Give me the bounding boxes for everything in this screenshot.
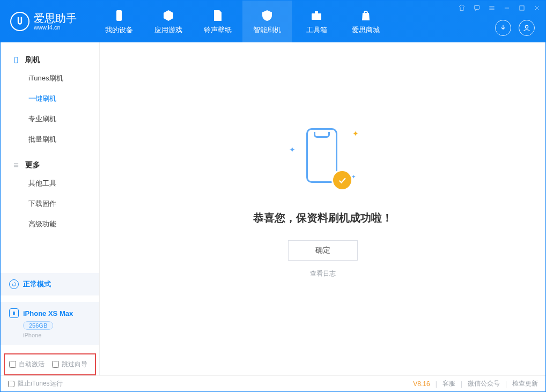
skip-wizard-input[interactable] <box>52 361 59 368</box>
sidebar-item-batch-flash[interactable]: 批量刷机 <box>1 129 99 150</box>
stop-itunes-input[interactable] <box>8 381 14 387</box>
tab-my-device[interactable]: 我的设备 <box>94 1 144 42</box>
refresh-shield-icon <box>260 9 274 23</box>
success-check-icon <box>333 171 351 189</box>
tab-label: 爱思商城 <box>352 25 380 35</box>
tab-label: 智能刷机 <box>253 25 281 35</box>
sidebar-item-other-tools[interactable]: 其他工具 <box>1 173 99 194</box>
svg-rect-2 <box>315 11 318 13</box>
svg-rect-6 <box>14 57 18 63</box>
sidebar-group-title: 更多 <box>25 160 40 170</box>
svg-rect-5 <box>520 6 524 10</box>
sidebar-group-title: 刷机 <box>25 55 40 65</box>
ok-button[interactable]: 确定 <box>288 240 358 261</box>
svg-point-3 <box>525 25 528 28</box>
feedback-icon[interactable] <box>473 4 481 12</box>
stop-itunes-label: 阻止iTunes运行 <box>18 379 63 388</box>
skip-wizard-checkbox[interactable]: 跳过向导 <box>52 360 87 369</box>
sidebar-item-pro-flash[interactable]: 专业刷机 <box>1 109 99 129</box>
minimize-button[interactable] <box>503 4 511 12</box>
version-label: V8.16 <box>413 380 430 388</box>
app-url: www.i4.cn <box>34 24 77 31</box>
shopping-bag-icon <box>359 9 373 23</box>
stop-itunes-checkbox[interactable]: 阻止iTunes运行 <box>8 379 63 388</box>
skin-icon[interactable] <box>458 4 466 12</box>
sidebar-item-download-firmware[interactable]: 下载固件 <box>1 194 99 214</box>
user-account-button[interactable] <box>519 20 535 36</box>
app-logo: 爱思助手 www.i4.cn <box>1 12 94 31</box>
device-small-icon <box>9 308 19 318</box>
skip-wizard-label: 跳过向导 <box>62 360 87 369</box>
sidebar: 刷机 iTunes刷机 一键刷机 专业刷机 批量刷机 更多 其他工具 下载固件 … <box>1 42 100 375</box>
flash-options-highlight: 自动激活 跳过向导 <box>4 353 96 375</box>
tab-apps-games[interactable]: 应用游戏 <box>144 1 193 42</box>
logo-icon <box>10 12 29 31</box>
app-name: 爱思助手 <box>34 12 77 24</box>
tab-label: 工具箱 <box>306 25 327 35</box>
sidebar-item-itunes-flash[interactable]: iTunes刷机 <box>1 68 99 88</box>
auto-activate-input[interactable] <box>9 361 16 368</box>
device-icon <box>112 9 126 23</box>
sparkle-icon: ✦ <box>289 145 296 154</box>
sparkle-icon: ✦ <box>351 174 356 180</box>
app-header: 爱思助手 www.i4.cn 我的设备 应用游戏 铃声壁纸 智能刷机 工具箱 爱… <box>1 1 545 42</box>
phone-outline-icon <box>12 56 20 64</box>
close-button[interactable] <box>533 4 541 12</box>
svg-rect-4 <box>474 5 479 9</box>
maximize-button[interactable] <box>518 4 526 12</box>
tab-label: 应用游戏 <box>154 25 182 35</box>
device-name-label: iPhone XS Max <box>23 309 73 317</box>
menu-icon[interactable] <box>488 4 496 12</box>
main-content: ✦ ✦ ✦ 恭喜您，保资料刷机成功啦！ 确定 查看日志 <box>100 42 545 375</box>
footer-link-support[interactable]: 客服 <box>442 379 455 388</box>
auto-activate-checkbox[interactable]: 自动激活 <box>9 360 45 369</box>
music-file-icon <box>211 9 225 23</box>
footer-link-update[interactable]: 检查更新 <box>512 379 538 388</box>
sparkle-icon: ✦ <box>352 129 359 138</box>
tab-ringtones-wallpapers[interactable]: 铃声壁纸 <box>193 1 242 42</box>
success-message: 恭喜您，保资料刷机成功啦！ <box>253 211 393 225</box>
footer-link-wechat[interactable]: 微信公众号 <box>468 379 500 388</box>
sidebar-group-flash: 刷机 <box>1 52 99 68</box>
tab-toolbox[interactable]: 工具箱 <box>292 1 341 42</box>
tab-store[interactable]: 爱思商城 <box>341 1 390 42</box>
sidebar-item-advanced[interactable]: 高级功能 <box>1 214 99 234</box>
cube-icon <box>161 9 175 23</box>
svg-rect-0 <box>116 10 122 21</box>
svg-rect-1 <box>312 13 321 20</box>
window-controls <box>458 4 541 12</box>
list-icon <box>12 161 20 169</box>
nav-tabs: 我的设备 应用游戏 铃声壁纸 智能刷机 工具箱 爱思商城 <box>94 1 390 42</box>
view-log-link[interactable]: 查看日志 <box>310 269 336 278</box>
sidebar-item-oneclick-flash[interactable]: 一键刷机 <box>1 88 99 109</box>
device-mode-label: 正常模式 <box>23 279 51 289</box>
success-illustration: ✦ ✦ ✦ <box>283 119 363 199</box>
tab-label: 我的设备 <box>105 25 133 35</box>
toolbox-icon <box>309 9 323 23</box>
tab-label: 铃声壁纸 <box>204 25 232 35</box>
phone-outline-icon <box>306 128 337 183</box>
download-button[interactable] <box>495 20 511 36</box>
status-bar: 阻止iTunes运行 V8.16 | 客服 | 微信公众号 | 检查更新 <box>1 375 545 391</box>
device-capacity-badge: 256GB <box>23 321 53 330</box>
mode-icon <box>9 279 19 289</box>
sidebar-group-more: 更多 <box>1 157 99 173</box>
tab-smart-flash[interactable]: 智能刷机 <box>242 1 292 42</box>
device-mode-block[interactable]: 正常模式 <box>1 273 99 295</box>
device-info-block[interactable]: iPhone XS Max 256GB iPhone <box>1 302 99 345</box>
device-type-label: iPhone <box>23 332 91 338</box>
auto-activate-label: 自动激活 <box>19 360 45 369</box>
svg-rect-7 <box>13 312 14 315</box>
